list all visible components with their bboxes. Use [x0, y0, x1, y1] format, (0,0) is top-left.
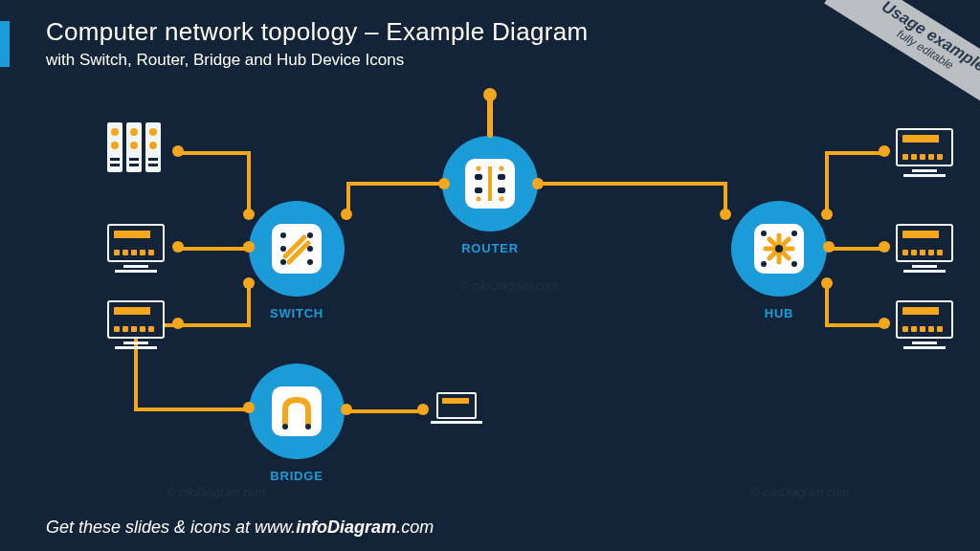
- svg-rect-1: [475, 174, 482, 180]
- connector-dot: [341, 209, 352, 220]
- svg-rect-2: [475, 187, 482, 193]
- connector-dot: [243, 241, 255, 253]
- svg-point-17: [791, 231, 797, 236]
- connector-dot: [821, 209, 833, 220]
- connector-dot: [341, 404, 352, 415]
- svg-rect-3: [498, 174, 505, 180]
- wire: [829, 247, 882, 251]
- svg-point-20: [282, 424, 288, 430]
- wire: [178, 323, 251, 327]
- diagram-stage: ROUTER SWITCH HUB: [0, 0, 980, 551]
- wire: [346, 182, 442, 186]
- svg-point-6: [500, 166, 504, 171]
- footer-suffix: .com: [396, 518, 434, 537]
- computer-icon: [896, 300, 953, 349]
- hub-node: [731, 201, 827, 297]
- connector-dot: [172, 145, 184, 157]
- connector-dot: [438, 178, 450, 189]
- svg-point-13: [280, 246, 286, 252]
- wire: [538, 182, 727, 186]
- svg-point-18: [761, 261, 767, 267]
- svg-point-12: [307, 259, 313, 265]
- watermark: © infoDiagram.com: [750, 486, 849, 499]
- svg-point-14: [307, 246, 313, 252]
- svg-point-10: [307, 232, 313, 238]
- svg-point-11: [280, 259, 286, 265]
- bridge-icon: [272, 386, 322, 436]
- footer: Get these slides & icons at www.infoDiag…: [46, 518, 434, 538]
- wire: [825, 323, 882, 327]
- svg-point-21: [305, 424, 311, 430]
- wire: [178, 151, 251, 155]
- bridge-label: BRIDGE: [249, 469, 345, 483]
- svg-point-15: [775, 245, 783, 253]
- connector-dot: [243, 277, 255, 289]
- watermark: © infoDiagram.com: [459, 279, 558, 293]
- connector-dot: [532, 178, 544, 189]
- connector-dot: [243, 209, 255, 220]
- wire: [247, 283, 251, 327]
- server-rack-icon: [107, 122, 161, 172]
- wire: [825, 151, 829, 214]
- wire: [346, 409, 421, 413]
- wire: [825, 283, 829, 327]
- hub-icon: [754, 224, 804, 274]
- bridge-node: [249, 364, 345, 459]
- laptop-icon: [436, 392, 482, 424]
- svg-point-8: [500, 197, 504, 202]
- svg-point-5: [477, 166, 481, 171]
- wire: [178, 247, 249, 251]
- computer-icon: [107, 224, 165, 273]
- switch-icon: [272, 224, 322, 274]
- connector-dot: [879, 145, 890, 157]
- svg-rect-4: [498, 187, 505, 193]
- router-node: [442, 136, 538, 231]
- connector-dot: [720, 209, 731, 220]
- connector-dot: [243, 402, 255, 413]
- hub-label: HUB: [731, 306, 827, 320]
- wire: [134, 408, 249, 411]
- router-icon: [465, 159, 515, 209]
- switch-label: SWITCH: [249, 306, 345, 320]
- connector-dot: [823, 241, 835, 253]
- svg-point-19: [791, 261, 797, 267]
- connector-dot: [483, 88, 497, 101]
- switch-node: [249, 201, 345, 297]
- wire: [825, 151, 882, 155]
- connector-dot: [821, 277, 833, 289]
- connector-dot: [879, 241, 890, 253]
- computer-icon: [896, 128, 953, 177]
- connector-dot: [417, 404, 429, 415]
- wire: [247, 151, 251, 214]
- connector-dot: [172, 241, 184, 253]
- svg-point-7: [477, 197, 481, 202]
- footer-prefix: Get these slides & icons at www.: [46, 518, 296, 537]
- svg-point-16: [761, 231, 767, 236]
- svg-point-9: [280, 232, 286, 238]
- computer-icon: [107, 300, 165, 349]
- computer-icon: [896, 224, 953, 273]
- footer-brand: infoDiagram: [296, 518, 396, 537]
- router-label: ROUTER: [442, 241, 538, 255]
- watermark: © infoDiagram.com: [167, 486, 265, 499]
- connector-dot: [879, 318, 890, 329]
- wire: [487, 96, 493, 138]
- svg-rect-0: [488, 166, 492, 201]
